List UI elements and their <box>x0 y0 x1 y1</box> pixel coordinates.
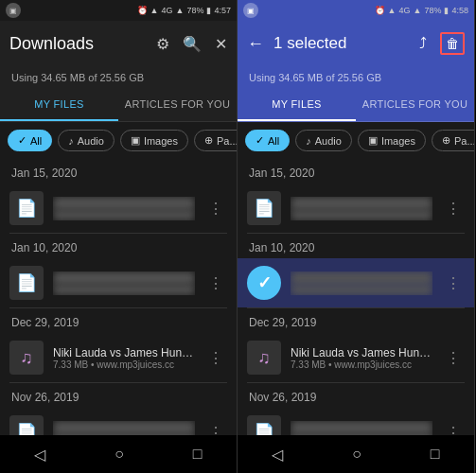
trash-icon: 🗑 <box>446 36 459 51</box>
file-name: ████████████████████ <box>291 421 432 434</box>
date-header-dec29-left: Dec 29, 2019 <box>0 308 237 333</box>
battery-level: 78% <box>186 6 203 15</box>
more-options-icon[interactable]: ⋮ <box>442 345 465 371</box>
date-header-jan15-right: Jan 15, 2020 <box>238 159 474 184</box>
gear-icon[interactable]: ⚙ <box>156 35 169 53</box>
nav-bar-left: ◁ ○ □ <box>0 435 237 473</box>
document-icon: 📄 <box>16 422 37 435</box>
list-item[interactable]: 📄 ████████████████████ ███████████████ ⋮ <box>238 408 474 435</box>
check-icon-left: ✓ <box>18 134 26 147</box>
alarm-icon: ⏰ <box>137 6 148 15</box>
date-header-jan10-right: Jan 10, 2020 <box>238 234 474 258</box>
more-options-icon[interactable]: ⋮ <box>204 271 227 296</box>
file-name: Niki Lauda vs James Hunt J... <box>291 346 432 359</box>
images-icon-right: ▣ <box>368 134 378 147</box>
list-item[interactable]: 📄 ████████████████████ ███████████████ ⋮ <box>0 184 237 233</box>
filter-audio-right[interactable]: ♪ Audio <box>295 130 352 151</box>
document-icon: 📄 <box>254 422 274 435</box>
close-icon[interactable]: ✕ <box>215 35 227 53</box>
file-info: ████████████████████ ███████████████ <box>53 197 195 220</box>
file-icon-wrap: 📄 <box>247 191 281 225</box>
date-header-dec29-right: Dec 29, 2019 <box>238 308 474 333</box>
file-name: ████████████████████ <box>53 421 195 434</box>
file-info: Niki Lauda vs James Hunt J... 7.33 MB • … <box>291 346 432 370</box>
file-info: ████████████████████ ███████████████ <box>53 272 195 295</box>
wifi-icon-right: ▲ <box>414 6 422 15</box>
file-meta: ███████████████ <box>291 210 432 220</box>
status-bar-right: ▣ ⏰ ▲ 4G ▲ 78% ▮ 4:58 <box>238 0 474 21</box>
more-options-icon[interactable]: ⋮ <box>442 420 465 436</box>
more-options-icon[interactable]: ⋮ <box>442 196 465 221</box>
filter-pages-left[interactable]: ⊕ Pa... <box>194 130 237 151</box>
list-item[interactable]: 📄 ████████████████████ ███████████████ ⋮ <box>238 184 474 233</box>
status-right-right: ⏰ ▲ 4G ▲ 78% ▮ 4:58 <box>375 6 468 15</box>
file-icon-wrap: 📄 <box>9 415 44 435</box>
file-meta: 7.33 MB • www.mp3juices.cc <box>291 359 432 370</box>
tab-my-files-left[interactable]: MY FILES <box>0 89 118 121</box>
filter-all-right[interactable]: ✓ All <box>245 130 290 151</box>
list-item[interactable]: 📄 ████████████████████ ███████████████ ⋮ <box>0 408 237 435</box>
header-icons-right: ⤴ 🗑 <box>419 32 465 55</box>
nav-bar-right: ◁ ○ □ <box>238 435 474 473</box>
wifi-icon: ▲ <box>176 6 185 15</box>
file-icon-wrap: 📄 <box>9 266 44 300</box>
filter-row-right: ✓ All ♪ Audio ▣ Images ⊕ Pa... <box>238 122 474 159</box>
filter-row-left: ✓ All ♪ Audio ▣ Images ⊕ Pa... <box>0 122 237 159</box>
file-list-right: Jan 15, 2020 📄 ████████████████████ ████… <box>238 159 474 435</box>
signal-bars-right: 4G <box>399 6 411 15</box>
checkmark-icon: ✓ <box>257 272 272 293</box>
file-meta: ███████████████ <box>291 285 432 295</box>
list-item[interactable]: ♫ Niki Lauda vs James Hunt J... 7.33 MB … <box>0 333 237 382</box>
file-name: ████████████████████ <box>291 197 432 210</box>
list-item-selected[interactable]: ✓ ████████████████████ ███████████████ ⋮ <box>238 258 474 307</box>
more-options-icon[interactable]: ⋮ <box>204 345 227 371</box>
alarm-icon-right: ⏰ <box>375 6 385 15</box>
file-info: ████████████████████ ███████████████ <box>53 421 195 436</box>
selection-title: 1 selected <box>273 34 419 53</box>
app-title-left: Downloads <box>9 34 156 54</box>
music-icon: ♫ <box>20 348 33 368</box>
file-icon-wrap: 📄 <box>9 191 44 225</box>
file-info: ████████████████████ ███████████████ <box>291 272 432 295</box>
status-right: ⏰ ▲ 4G ▲ 78% ▮ 4:57 <box>137 6 231 15</box>
more-options-icon[interactable]: ⋮ <box>204 196 227 221</box>
status-left-right: ▣ <box>243 3 258 18</box>
file-icon-wrap: 📄 <box>247 415 281 435</box>
home-nav-button[interactable]: ○ <box>115 446 124 463</box>
back-nav-button[interactable]: ◁ <box>34 446 45 464</box>
list-item[interactable]: 📄 ████████████████████ ███████████████ ⋮ <box>0 258 237 307</box>
home-nav-button-right[interactable]: ○ <box>352 446 361 463</box>
file-meta: ███████████████ <box>53 434 195 436</box>
battery-icon: ▮ <box>206 6 211 15</box>
share-icon[interactable]: ⤴ <box>419 35 427 52</box>
time-left: 4:57 <box>214 6 231 15</box>
status-bar-left: ▣ ⏰ ▲ 4G ▲ 78% ▮ 4:57 <box>0 0 237 21</box>
file-info: ████████████████████ ███████████████ <box>291 197 432 220</box>
tab-articles-right[interactable]: ARTICLES FOR YOU <box>356 89 474 121</box>
more-options-icon[interactable]: ⋮ <box>204 420 227 436</box>
selection-check: ✓ <box>247 266 281 300</box>
list-item[interactable]: ♫ Niki Lauda vs James Hunt J... 7.33 MB … <box>238 333 474 382</box>
recents-nav-button[interactable]: □ <box>193 446 203 463</box>
search-icon[interactable]: 🔍 <box>183 35 202 53</box>
filter-all-left[interactable]: ✓ All <box>8 130 52 151</box>
filter-audio-left[interactable]: ♪ Audio <box>58 130 115 151</box>
filter-images-right[interactable]: ▣ Images <box>358 130 426 151</box>
date-header-nov26-right: Nov 26, 2019 <box>238 383 474 408</box>
recents-nav-button-right[interactable]: □ <box>431 446 440 463</box>
more-options-icon[interactable]: ⋮ <box>442 271 465 296</box>
file-meta: ███████████████ <box>291 434 432 436</box>
back-button-right[interactable]: ← <box>247 34 264 54</box>
filter-images-left[interactable]: ▣ Images <box>120 130 188 151</box>
app-header-right: ← 1 selected ⤴ 🗑 <box>238 21 474 66</box>
back-nav-button-right[interactable]: ◁ <box>272 446 283 464</box>
storage-info-left: Using 34.65 MB of 25.56 GB <box>0 66 237 89</box>
network-icon: ▣ <box>6 3 21 18</box>
tabs-right: MY FILES ARTICLES FOR YOU <box>238 89 474 122</box>
signal-bars: 4G <box>162 6 173 15</box>
tab-articles-left[interactable]: ARTICLES FOR YOU <box>118 89 237 121</box>
status-left: ▣ <box>6 3 21 18</box>
delete-button[interactable]: 🗑 <box>440 32 465 55</box>
filter-pages-right[interactable]: ⊕ Pa... <box>432 130 474 151</box>
tab-my-files-right[interactable]: MY FILES <box>238 89 356 121</box>
